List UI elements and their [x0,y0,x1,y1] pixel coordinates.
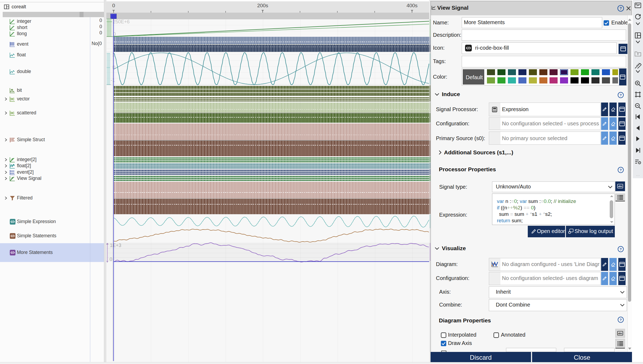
svg-text:?: ? [620,93,622,97]
svg-text:?: ? [620,168,622,172]
svg-text:abc: abc [618,185,622,188]
svg-text:?: ? [620,318,622,322]
svg-text:abc: abc [618,332,622,335]
svg-text:?: ? [620,6,622,10]
svg-text:?: ? [620,247,622,251]
